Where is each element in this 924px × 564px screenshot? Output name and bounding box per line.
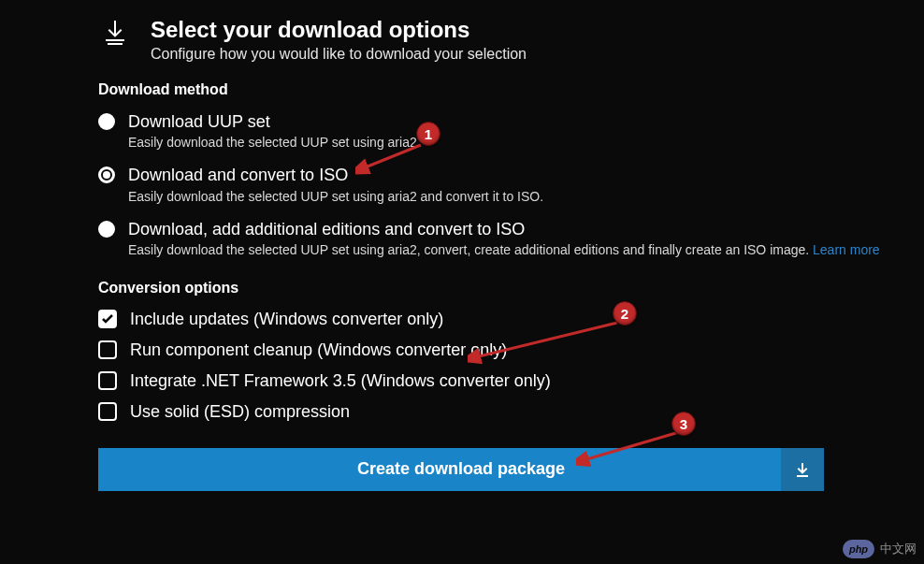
page-header: Select your download options Configure h… xyxy=(98,17,912,63)
annotation-badge-3: 3 xyxy=(671,412,696,436)
page-subtitle: Configure how you would like to download… xyxy=(151,46,527,63)
checkbox-integrate-net[interactable]: Integrate .NET Framework 3.5 (Windows co… xyxy=(98,366,912,397)
annotation-badge-2: 2 xyxy=(613,301,637,325)
checkbox-esd-compression[interactable]: Use solid (ESD) compression xyxy=(98,397,912,427)
radio-label: Download, add additional editions and co… xyxy=(128,219,880,240)
radio-description: Easily download the selected UUP set usi… xyxy=(128,135,417,150)
checkbox-icon xyxy=(98,340,117,359)
download-icon xyxy=(781,448,824,491)
checkbox-label: Integrate .NET Framework 3.5 (Windows co… xyxy=(130,371,551,391)
checkbox-icon xyxy=(98,310,117,328)
checkbox-label: Run component cleanup (Windows converter… xyxy=(130,340,507,360)
php-logo-icon xyxy=(843,540,874,558)
radio-label: Download UUP set xyxy=(128,111,417,133)
learn-more-link[interactable]: Learn more xyxy=(813,242,880,257)
radio-download-convert-iso[interactable]: Download and convert to ISO Easily downl… xyxy=(98,159,912,212)
radio-icon xyxy=(98,221,115,238)
checkbox-label: Use solid (ESD) compression xyxy=(130,402,350,422)
create-download-package-button[interactable]: Create download package xyxy=(98,448,824,491)
svg-rect-1 xyxy=(108,43,123,45)
radio-download-uup-set[interactable]: Download UUP set Easily download the sel… xyxy=(98,106,912,159)
checkbox-component-cleanup[interactable]: Run component cleanup (Windows converter… xyxy=(98,335,912,366)
radio-description: Easily download the selected UUP set usi… xyxy=(128,242,880,257)
button-label: Create download package xyxy=(98,459,824,479)
conversion-options-title: Conversion options xyxy=(98,280,912,296)
radio-download-additional-iso[interactable]: Download, add additional editions and co… xyxy=(98,213,912,267)
svg-rect-0 xyxy=(106,39,124,41)
radio-label: Download and convert to ISO xyxy=(128,165,543,186)
svg-rect-2 xyxy=(797,475,808,477)
checkbox-icon xyxy=(98,402,117,421)
download-icon xyxy=(98,19,132,51)
checkbox-label: Include updates (Windows converter only) xyxy=(130,310,443,329)
radio-icon xyxy=(98,113,115,130)
watermark: 中文网 xyxy=(843,540,917,558)
page-title: Select your download options xyxy=(151,17,527,44)
annotation-badge-1: 1 xyxy=(416,122,440,146)
download-method-title: Download method xyxy=(98,81,912,98)
radio-icon xyxy=(98,166,115,183)
radio-description: Easily download the selected UUP set usi… xyxy=(128,189,543,204)
checkbox-icon xyxy=(98,371,117,390)
watermark-text: 中文网 xyxy=(880,541,917,557)
checkbox-include-updates[interactable]: Include updates (Windows converter only) xyxy=(98,304,912,335)
